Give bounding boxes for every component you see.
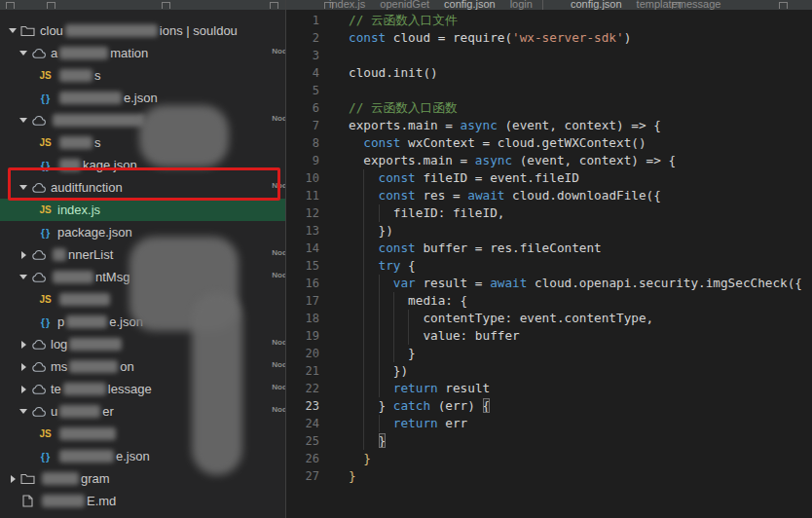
badge-node-text: Node: [272, 271, 285, 279]
code-line[interactable]: 12 fileID: fileID,: [286, 204, 812, 222]
code-line[interactable]: 23 } catch (err) {: [286, 397, 812, 415]
code-line[interactable]: 4cloud.init(): [286, 64, 812, 82]
js-icon: JS: [37, 204, 54, 215]
tree-row[interactable]: JS: [0, 423, 285, 445]
code-line[interactable]: 2const cloud = require('wx-server-sdk'): [286, 29, 812, 47]
tree-row[interactable]: clouions | souldou: [0, 19, 285, 42]
chevron-down-icon[interactable]: [17, 118, 30, 123]
chevron-right-icon[interactable]: [17, 341, 30, 349]
search-icon[interactable]: [162, 2, 170, 9]
code-line[interactable]: 14 const buffer = res.fileContent: [286, 240, 812, 257]
tree-row[interactable]: msonNodejs: [0, 355, 285, 378]
code-line[interactable]: 7exports.main = async (event, context) =…: [286, 117, 812, 134]
tree-row[interactable]: { }e.json: [0, 445, 285, 467]
chevron-right-icon[interactable]: [6, 475, 19, 483]
code-line[interactable]: 15 try {: [286, 257, 812, 275]
code-token: const: [379, 240, 416, 255]
code-text: const buffer = res.fileContent: [349, 240, 602, 257]
badge-node-text: Node: [272, 383, 285, 391]
code-token: [349, 433, 379, 448]
code-token: res =: [416, 188, 467, 203]
code-line[interactable]: 24 return err: [286, 415, 812, 432]
code-line[interactable]: 18 contentType: event.contentType,: [286, 310, 812, 327]
chevron-down-icon[interactable]: [17, 275, 30, 279]
code-line[interactable]: 3: [286, 47, 812, 64]
devtools-window: index.jsopenidGetconfig.jsonlogin config…: [0, 0, 812, 518]
code-line[interactable]: 10 const fileID = event.fileID: [286, 169, 812, 187]
line-number: 26: [286, 450, 319, 467]
editor-tab[interactable]: index.js: [329, 0, 365, 10]
code-line[interactable]: 8 const wxContext = cloud.getWXContext(): [286, 134, 812, 152]
code-editor[interactable]: 1// 云函数入口文件2const cloud = require('wx-se…: [286, 10, 812, 518]
line-number: 19: [286, 327, 319, 345]
code-token: // 云函数入口函数: [349, 100, 458, 115]
line-number: 18: [286, 310, 319, 327]
code-text: return err: [349, 415, 467, 432]
preview-icon[interactable]: [270, 2, 278, 9]
project-icon[interactable]: [6, 2, 15, 9]
code-token: await: [467, 188, 504, 203]
redaction-blur: [65, 24, 158, 37]
editor-tab[interactable]: config.json: [571, 0, 622, 10]
editor-tab[interactable]: openidGet: [380, 0, 429, 10]
code-line[interactable]: 20 }: [286, 345, 812, 362]
code-line[interactable]: 17 media: {: [286, 292, 812, 310]
tree-row[interactable]: logNodejs: [0, 333, 285, 355]
code-line[interactable]: 21 }): [286, 362, 812, 380]
code-line[interactable]: 5: [286, 82, 812, 99]
file-explorer[interactable]: clouions | souldouamationNodejsJSs{ }e.j…: [0, 10, 285, 518]
tree-row[interactable]: gram: [0, 467, 285, 490]
code-line[interactable]: 25 }: [286, 432, 812, 450]
code-token: media: {: [349, 293, 467, 308]
redaction-blur: [66, 315, 107, 328]
tree-row[interactable]: E.md: [0, 490, 285, 512]
code-line[interactable]: 9 exports.main = async (event, context) …: [286, 152, 812, 169]
code-line[interactable]: 1// 云函数入口文件: [286, 12, 812, 29]
tree-row[interactable]: { }e.json: [0, 87, 285, 109]
code-token: }: [349, 468, 356, 483]
redaction-blur: [59, 136, 92, 149]
chevron-right-icon[interactable]: [17, 251, 30, 259]
file-label: a: [51, 46, 57, 60]
code-text: const wxContext = cloud.getWXContext(): [349, 134, 646, 152]
code-token: [349, 135, 363, 150]
editor-tab[interactable]: login: [510, 0, 533, 10]
code-line[interactable]: 22 return result: [286, 380, 812, 397]
upload-icon[interactable]: [324, 2, 333, 9]
tree-row[interactable]: telessageNodejs: [0, 378, 285, 400]
line-number: 23: [286, 397, 319, 415]
code-line[interactable]: 6// 云函数入口函数: [286, 99, 812, 117]
nodejs-badge: Nodejs: [272, 360, 285, 369]
chevron-right-icon[interactable]: [17, 363, 30, 371]
code-line[interactable]: 27}: [286, 467, 812, 485]
code-line[interactable]: 16 var result = await cloud.openapi.secu…: [286, 275, 812, 292]
line-number: 5: [286, 82, 319, 99]
chevron-down-icon[interactable]: [17, 409, 30, 414]
folder-icon: [19, 472, 36, 485]
code-token: [349, 276, 393, 290]
code-text: fileID: fileID,: [349, 204, 504, 222]
code-line[interactable]: 26 }: [286, 450, 812, 467]
more-actions-icon[interactable]: [779, 2, 788, 9]
chevron-down-icon[interactable]: [17, 51, 30, 56]
editor-tab[interactable]: config.json: [444, 0, 496, 10]
compile-icon[interactable]: [47, 2, 55, 9]
matched-bracket: }: [379, 433, 387, 448]
tree-row[interactable]: amationNodejs: [0, 42, 285, 64]
code-line[interactable]: 19 value: buffer: [286, 327, 812, 345]
cloud-icon: [30, 361, 47, 373]
code-line[interactable]: 11 const res = await cloud.downloadFile(…: [286, 187, 812, 204]
tree-row[interactable]: uerNodejs: [0, 400, 285, 423]
tree-row[interactable]: JSs: [0, 64, 285, 87]
tree-row[interactable]: JSindex.js: [0, 199, 285, 221]
code-token: var: [393, 276, 416, 290]
code-line[interactable]: 13 }): [286, 222, 812, 240]
code-token: cloud.downloadFile({: [504, 188, 660, 203]
code-token: catch: [393, 398, 430, 413]
redaction-blur: [59, 293, 110, 306]
split-editor-icon[interactable]: [672, 2, 681, 9]
chevron-right-icon[interactable]: [17, 386, 30, 393]
file-label: ntMsg: [95, 270, 129, 284]
badge-node-text: Node: [272, 47, 285, 56]
chevron-down-icon[interactable]: [6, 28, 19, 33]
